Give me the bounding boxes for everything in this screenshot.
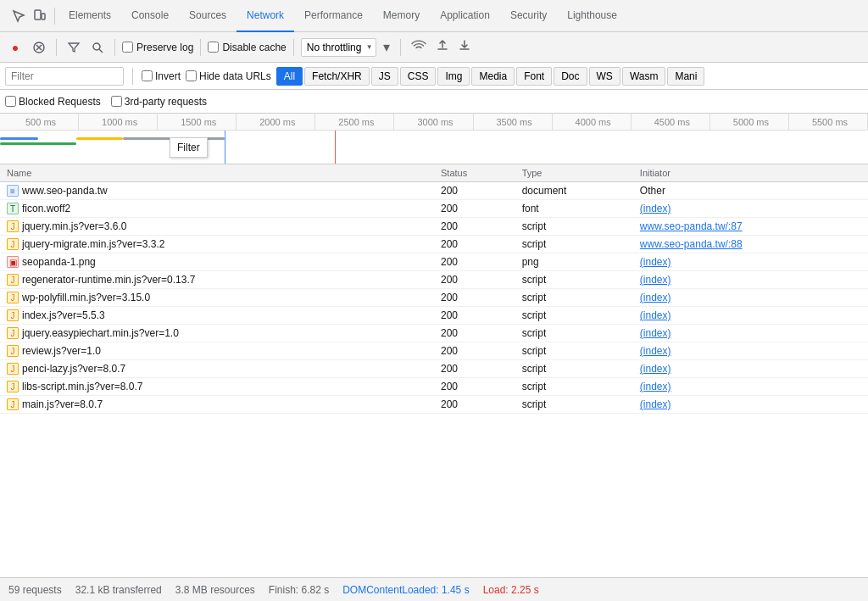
blocked-requests-checkbox[interactable]: Blocked Requests — [5, 96, 101, 108]
cell-status: 200 — [434, 307, 515, 325]
hide-data-urls-checkbox[interactable]: Hide data URLs — [186, 70, 271, 82]
script-icon: J — [7, 238, 19, 250]
script-icon: J — [7, 220, 19, 232]
filter-input[interactable] — [5, 67, 124, 86]
table-row[interactable]: J regenerator-runtime.min.js?ver=0.13.7 … — [0, 271, 868, 289]
cell-type: script — [515, 378, 633, 396]
tab-application[interactable]: Application — [430, 0, 500, 32]
initiator-link[interactable]: (index) — [640, 327, 671, 339]
script-icon: J — [7, 363, 19, 375]
filter-type-js[interactable]: JS — [371, 67, 398, 86]
device-icon[interactable] — [31, 8, 47, 25]
initiator-link[interactable]: (index) — [640, 398, 671, 410]
filter-tooltip[interactable]: Filter — [170, 137, 208, 158]
cell-initiator[interactable]: www.seo-panda.tw/:88 — [633, 236, 868, 253]
table-row[interactable]: J index.js?ver=5.5.3 200 script (index) — [0, 307, 868, 325]
table-row[interactable]: J wp-polyfill.min.js?ver=3.15.0 200 scri… — [0, 289, 868, 307]
filter-type-doc[interactable]: Doc — [554, 67, 587, 86]
filter-type-mani[interactable]: Mani — [667, 67, 704, 86]
filter-type-all[interactable]: All — [276, 67, 303, 86]
cell-initiator[interactable]: (index) — [633, 271, 868, 289]
initiator-link[interactable]: (index) — [640, 256, 671, 268]
cell-initiator[interactable]: (index) — [633, 289, 868, 307]
table-header-row: Name Status Type Initiator — [0, 164, 868, 182]
cell-initiator[interactable]: (index) — [633, 200, 868, 218]
third-party-input[interactable] — [111, 96, 122, 107]
timeline-tick: 1000 ms — [79, 114, 158, 130]
filter-icon-button[interactable] — [64, 37, 84, 58]
table-row[interactable]: ≡ www.seo-panda.tw 200 document Other — [0, 182, 868, 200]
cell-status: 200 — [434, 342, 515, 360]
initiator-link[interactable]: (index) — [640, 203, 671, 214]
tab-security[interactable]: Security — [500, 0, 557, 32]
table-row[interactable]: J main.js?ver=8.0.7 200 script (index) — [0, 396, 868, 414]
cell-status: 200 — [434, 396, 515, 414]
tab-console[interactable]: Console — [121, 0, 179, 32]
tab-sources[interactable]: Sources — [179, 0, 236, 32]
table-row[interactable]: J jquery-migrate.min.js?ver=3.3.2 200 sc… — [0, 236, 868, 253]
download-icon[interactable] — [455, 38, 474, 57]
search-button[interactable] — [87, 37, 108, 58]
filter-type-img[interactable]: Img — [437, 67, 470, 86]
cell-initiator[interactable]: (index) — [633, 396, 868, 414]
preserve-log-input[interactable] — [122, 42, 133, 53]
tab-performance[interactable]: Performance — [294, 0, 373, 32]
clear-button[interactable] — [29, 37, 49, 58]
img-icon: ▣ — [7, 256, 19, 268]
initiator-link[interactable]: (index) — [640, 309, 671, 321]
script-icon: J — [7, 309, 19, 321]
divider-2 — [114, 39, 115, 56]
record-button[interactable]: ● — [5, 37, 25, 58]
cell-initiator[interactable]: (index) — [633, 325, 868, 342]
timeline-bar-req — [76, 137, 123, 140]
cell-initiator[interactable]: (index) — [633, 253, 868, 271]
invert-checkbox[interactable]: Invert — [142, 70, 181, 82]
table-row[interactable]: J penci-lazy.js?ver=8.0.7 200 script (in… — [0, 360, 868, 378]
file-name: libs-script.min.js?ver=8.0.7 — [22, 381, 142, 392]
filter-type-wasm[interactable]: Wasm — [622, 67, 666, 86]
cell-initiator[interactable]: (index) — [633, 307, 868, 325]
disable-cache-input[interactable] — [208, 42, 219, 53]
filter-type-media[interactable]: Media — [471, 67, 515, 86]
initiator-link[interactable]: (index) — [640, 292, 671, 303]
blocked-requests-input[interactable] — [5, 96, 16, 107]
initiator-link[interactable]: (index) — [640, 345, 671, 357]
table-row[interactable]: J libs-script.min.js?ver=8.0.7 200 scrip… — [0, 378, 868, 396]
cell-initiator[interactable]: (index) — [633, 342, 868, 360]
initiator-link[interactable]: www.seo-panda.tw/:87 — [640, 220, 743, 232]
cell-name: J jquery.min.js?ver=3.6.0 — [0, 218, 434, 236]
disable-cache-checkbox[interactable]: Disable cache — [208, 42, 286, 53]
table-row[interactable]: ▣ seopanda-1.png 200 png (index) — [0, 253, 868, 271]
preserve-log-checkbox[interactable]: Preserve log — [122, 42, 193, 53]
filter-type-font[interactable]: Font — [516, 67, 552, 86]
filter-type-fetchxhr[interactable]: Fetch/XHR — [304, 67, 370, 86]
filter-type-css[interactable]: CSS — [400, 67, 437, 86]
tab-network[interactable]: Network — [236, 0, 294, 32]
col-initiator: Initiator — [633, 164, 868, 182]
third-party-checkbox[interactable]: 3rd-party requests — [111, 96, 207, 108]
table-row[interactable]: J review.js?ver=1.0 200 script (index) — [0, 342, 868, 360]
initiator-link[interactable]: (index) — [640, 363, 671, 375]
table-row[interactable]: J jquery.min.js?ver=3.6.0 200 script www… — [0, 218, 868, 236]
cell-initiator[interactable]: www.seo-panda.tw/:87 — [633, 218, 868, 236]
initiator-link[interactable]: (index) — [640, 274, 671, 286]
filter-type-ws[interactable]: WS — [589, 67, 620, 86]
cell-initiator[interactable]: (index) — [633, 378, 868, 396]
table-row[interactable]: T ficon.woff2 200 font (index) — [0, 200, 868, 218]
initiator-link[interactable]: www.seo-panda.tw/:88 — [640, 238, 743, 250]
tab-lighthouse[interactable]: Lighthouse — [557, 0, 627, 32]
cell-type: script — [515, 396, 633, 414]
initiator-link[interactable]: (index) — [640, 381, 671, 392]
throttle-dropdown-icon[interactable]: ▾ — [380, 37, 393, 57]
tab-elements[interactable]: Elements — [58, 0, 121, 32]
table-row[interactable]: J jquery.easypiechart.min.js?ver=1.0 200… — [0, 325, 868, 342]
wifi-icon[interactable] — [408, 38, 430, 57]
throttle-select[interactable]: No throttlingFast 3GSlow 3GOffline — [301, 38, 376, 57]
tab-memory[interactable]: Memory — [373, 0, 430, 32]
inspect-icon[interactable] — [10, 8, 27, 25]
invert-input[interactable] — [142, 70, 153, 81]
cell-initiator[interactable]: (index) — [633, 360, 868, 378]
hide-data-urls-input[interactable] — [186, 70, 197, 81]
upload-icon[interactable] — [433, 38, 452, 57]
cell-type: script — [515, 325, 633, 342]
